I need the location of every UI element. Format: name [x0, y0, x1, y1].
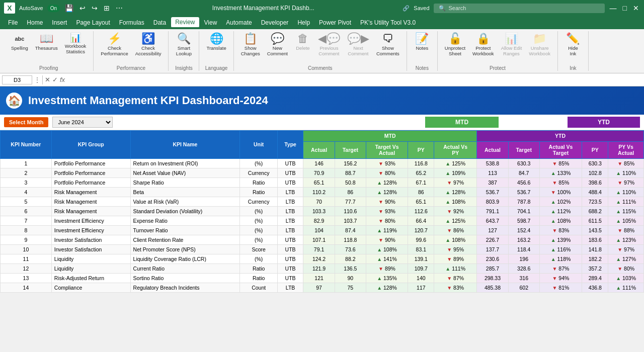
- more-icon[interactable]: ⋯: [115, 3, 124, 13]
- menu-item-file[interactable]: File: [4, 18, 22, 28]
- down-arrow-icon: ▼: [447, 180, 452, 186]
- menu-item-developer[interactable]: Developer: [257, 18, 293, 28]
- redo-icon[interactable]: ↪: [91, 3, 99, 13]
- down-arrow-icon: ▼: [447, 276, 452, 281]
- table-row: 6 Risk Management Standard Deviation (Vo…: [1, 206, 644, 216]
- menu-item-data[interactable]: Data: [149, 18, 170, 28]
- down-arrow-icon: ▼: [378, 218, 383, 224]
- maximize-icon[interactable]: □: [622, 3, 628, 13]
- cell-ytd-py: 102.8: [582, 168, 608, 178]
- unprotect-sheet-button[interactable]: 🔓 UnprotectSheet: [442, 31, 468, 59]
- home-icon[interactable]: 🏠: [6, 93, 22, 109]
- cell-reference[interactable]: [2, 75, 32, 84]
- down-arrow-icon: ▼: [447, 285, 452, 291]
- cell-mtd-avpy: ▲ 109%: [434, 168, 477, 178]
- down-arrow-icon: ▼: [552, 266, 557, 272]
- menu-item-page-layout[interactable]: Page Layout: [72, 18, 114, 28]
- changes-label: Comments: [308, 64, 332, 71]
- cell-type: UTB: [278, 178, 303, 187]
- ribbon-group-notes: 📝 Notes Notes: [407, 31, 438, 71]
- cell-ytd-py: 143.5: [582, 225, 608, 235]
- cell-type: UTB: [278, 244, 303, 254]
- protect-workbook-button[interactable]: 🔒 ProtectWorkbook: [469, 31, 497, 59]
- cell-ytd-actual: 387: [477, 178, 509, 187]
- up-arrow-icon: ▲: [616, 209, 621, 214]
- formula-bar-options[interactable]: ⋮: [34, 76, 40, 83]
- cell-ytd-avt: ▼ 85%: [539, 158, 582, 168]
- menu-item-automate[interactable]: Automate: [222, 18, 256, 28]
- confirm-icon[interactable]: ✓: [52, 76, 58, 83]
- cell-ytd-py: 141.8: [582, 244, 608, 254]
- search-input[interactable]: [449, 5, 590, 11]
- check-performance-button[interactable]: ⚡ CheckPerformance: [98, 31, 131, 59]
- minimize-icon[interactable]: —: [609, 3, 618, 13]
- formula-input[interactable]: [67, 77, 642, 83]
- cell-ytd-py: 488.4: [582, 187, 608, 197]
- close-icon[interactable]: ✕: [632, 3, 640, 13]
- menu-item-review[interactable]: Review: [171, 17, 199, 28]
- cell-mtd-avpy: ▲ 125%: [434, 158, 477, 168]
- cell-ytd-actual: 113: [477, 168, 509, 178]
- col-kpi-name: KPI Name: [130, 131, 240, 159]
- ink-label: Ink: [570, 64, 576, 71]
- notes-button[interactable]: 📝 Notes: [411, 31, 433, 53]
- cell-mtd-avpy: ▼ 97%: [434, 178, 477, 187]
- menu-item-pk's-utility-tool-v3.0[interactable]: PK's Utility Tool V3.0: [356, 18, 420, 28]
- col-kpi-number: KPI Number: [1, 131, 52, 159]
- grid-icon[interactable]: ⊞: [103, 3, 111, 13]
- menu-item-help[interactable]: Help: [293, 18, 314, 28]
- ytd-actual-header: Actual: [477, 141, 509, 158]
- menu-item-home[interactable]: Home: [23, 18, 47, 28]
- ribbon-group-performance: ⚡ CheckPerformance ♿ CheckAccessibility …: [94, 31, 169, 71]
- cell-mtd-tva: ▼ 90%: [366, 197, 408, 206]
- cell-kpi-number: 6: [1, 206, 52, 216]
- up-arrow-icon: ▲: [377, 256, 382, 262]
- show-comments-button[interactable]: 🗨 ShowComments: [373, 31, 403, 59]
- workbook-statistics-button[interactable]: 📊 WorkbookStatistics: [62, 31, 90, 57]
- cell-ytd-avt: ▲ 102%: [539, 197, 582, 206]
- check-accessibility-button[interactable]: ♿ CheckAccessibility: [132, 31, 165, 59]
- cell-unit: (%): [240, 158, 278, 168]
- ribbon: abc Spelling 📖 Thesaurus 📊 WorkbookStati…: [0, 29, 644, 73]
- kpi-table-container: KPI Number KPI Group KPI Name Unit Type …: [0, 130, 644, 293]
- cell-kpi-name: Net Promoter Score (NPS): [130, 244, 240, 254]
- spelling-button[interactable]: abc Spelling: [8, 31, 31, 53]
- cell-mtd-target: 90: [335, 273, 366, 283]
- function-icon[interactable]: fx: [60, 76, 65, 83]
- cell-kpi-name: Value at Risk (VaR): [130, 197, 240, 206]
- ribbon-group-language: 🌐 Translate Language: [199, 31, 233, 71]
- month-selector[interactable]: June 2024: [52, 117, 113, 128]
- cell-mtd-py: 139.1: [408, 254, 434, 263]
- menu-item-insert[interactable]: Insert: [48, 18, 71, 28]
- cell-kpi-name: Beta: [130, 187, 240, 197]
- cell-type: LTB: [278, 216, 303, 225]
- hide-ink-button[interactable]: ✏️ HideInk: [562, 31, 584, 59]
- cancel-icon[interactable]: ✕: [45, 76, 50, 83]
- new-comment-button[interactable]: 💬 NewComment: [264, 31, 291, 59]
- cell-mtd-tva: ▲ 128%: [366, 283, 408, 292]
- cell-mtd-tva: ▲ 128%: [366, 178, 408, 187]
- menu-item-power-pivot[interactable]: Power Pivot: [315, 18, 355, 28]
- save-icon[interactable]: 💾: [64, 3, 74, 13]
- menu-item-view[interactable]: View: [200, 18, 221, 28]
- cell-mtd-py: 140: [408, 273, 434, 283]
- cell-type: UTB: [278, 235, 303, 244]
- cell-mtd-tva: ▲ 135%: [366, 273, 408, 283]
- translate-button[interactable]: 🌐 Translate: [203, 31, 229, 53]
- cell-ytd-actual: 285.7: [477, 263, 509, 273]
- table-row: 14 Compliance Regulatory Breach Incident…: [1, 283, 644, 292]
- cell-ytd-avt: ▲ 116%: [539, 244, 582, 254]
- smart-lookup-button[interactable]: 🔍 SmartLookup: [173, 31, 195, 59]
- menu-item-formulas[interactable]: Formulas: [115, 18, 148, 28]
- cell-mtd-avpy: ▼ 92%: [434, 206, 477, 216]
- search-bar[interactable]: 🔍: [434, 4, 605, 13]
- thesaurus-button[interactable]: 📖 Thesaurus: [32, 31, 61, 53]
- table-row: 3 Portfolio Performance Sharpe Ratio Rat…: [1, 178, 644, 187]
- undo-icon[interactable]: ↩: [78, 3, 87, 13]
- up-arrow-icon: ▲: [616, 237, 621, 243]
- cell-mtd-target: 156.2: [335, 158, 366, 168]
- show-changes-button[interactable]: 📋 ShowChanges: [238, 31, 263, 59]
- ytd-section-header: YTD: [568, 117, 640, 128]
- autosave-toggle[interactable]: On: [47, 5, 60, 12]
- cell-kpi-name: Liquidity Coverage Ratio (LCR): [130, 254, 240, 263]
